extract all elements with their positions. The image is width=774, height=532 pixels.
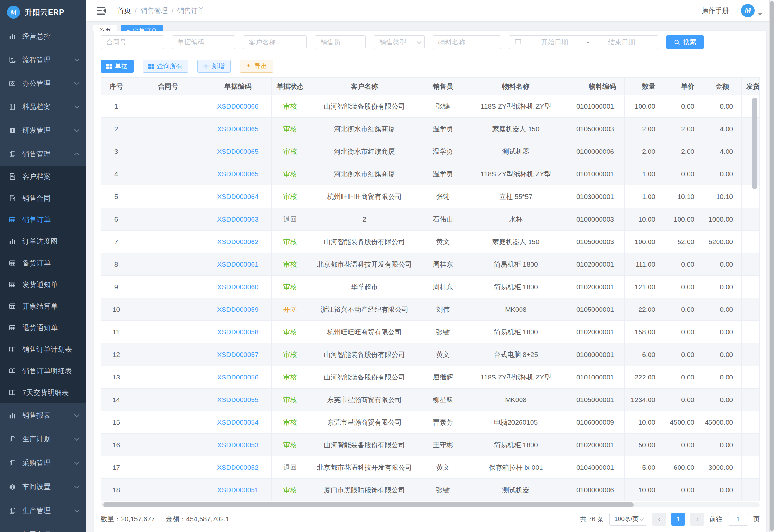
doc-code-link[interactable]: XSDD000055 xyxy=(217,396,258,403)
sidebar-subitem[interactable]: 7天交货明细表 xyxy=(0,382,86,403)
cell-doc-code: XSDD000058 xyxy=(204,321,272,343)
doc-code-link[interactable]: XSDD000065 xyxy=(217,148,258,155)
sidebar-item[interactable]: 加工车间 xyxy=(0,523,86,532)
table-vertical-scrollbar[interactable] xyxy=(752,98,757,189)
current-page-button[interactable]: 1 xyxy=(671,513,685,526)
status-badge: 审核 xyxy=(283,328,297,336)
cell-material-code: 0100000006 xyxy=(566,479,625,501)
table-horizontal-scrollbar[interactable] xyxy=(103,502,634,507)
export-button[interactable]: 导出 xyxy=(240,60,273,73)
page-tab[interactable]: 首页 xyxy=(93,25,117,31)
date-range-picker[interactable]: 开始日期 - 结束日期 xyxy=(509,35,658,49)
sidebar-subitem[interactable]: 销售订单明细表 xyxy=(0,360,86,382)
danju-button[interactable]: 单据 xyxy=(101,60,134,73)
sidebar-item-icon xyxy=(8,507,16,515)
sidebar-subitem[interactable]: 销售订单计划表 xyxy=(0,339,86,360)
sidebar-collapse-icon[interactable] xyxy=(97,6,106,15)
breadcrumb-home[interactable]: 首页 xyxy=(117,6,131,15)
cell-material-name: 118S ZY型纸杯机 ZY型 xyxy=(466,95,566,118)
doc-code-link[interactable]: XSDD000057 xyxy=(217,351,258,358)
cell-doc-code: XSDD000055 xyxy=(204,389,272,411)
sidebar-subitem[interactable]: 销售合同 xyxy=(0,187,86,209)
sidebar-item[interactable]: I 研发管理 xyxy=(0,119,86,142)
cell-contract xyxy=(132,389,204,411)
sidebar-subitem[interactable]: 订单进度图 xyxy=(0,231,86,252)
cell-ship xyxy=(742,253,760,276)
doc-code-link[interactable]: XSDD000052 xyxy=(217,464,258,471)
prev-page-button[interactable]: ‹ xyxy=(652,513,666,526)
sidebar-item-label: 加工车间 xyxy=(22,530,51,532)
page-tab[interactable]: 销售订单 xyxy=(121,25,163,31)
cell-price: 10.10 xyxy=(664,185,703,208)
sidebar-item[interactable]: 采购管理 xyxy=(0,451,86,475)
sidebar-item[interactable]: 车间设置 xyxy=(0,475,86,499)
sidebar: M 升阳云ERP 经营总控 流程管理 办公管理 xyxy=(0,0,86,532)
contract-no-input[interactable] xyxy=(101,35,164,49)
customer-name-input[interactable] xyxy=(243,35,307,49)
status-badge: 审核 xyxy=(283,351,297,358)
sidebar-subitem[interactable]: 发货通知单 xyxy=(0,274,86,295)
cell-material-name: MK008 xyxy=(466,389,566,411)
cell-material-name: 电脑20260105 xyxy=(466,411,566,434)
sidebar-subitem[interactable]: 客户档案 xyxy=(0,166,86,187)
doc-code-link[interactable]: XSDD000066 xyxy=(217,103,258,110)
cell-qty: 5.00 xyxy=(625,456,664,479)
manual-link[interactable]: 操作手册 xyxy=(702,6,729,15)
doc-code-link[interactable]: XSDD000060 xyxy=(217,283,258,291)
sidebar-item[interactable]: 生产管理 xyxy=(0,499,86,523)
doc-code-link[interactable]: XSDD000065 xyxy=(217,170,258,178)
breadcrumb-sales-management[interactable]: 销售管理 xyxy=(141,6,168,15)
search-button[interactable]: 搜索 xyxy=(666,35,704,49)
date-end-placeholder[interactable]: 结束日期 xyxy=(590,38,653,47)
sidebar-subitem[interactable]: 退货通知单 xyxy=(0,317,86,339)
user-menu-caret-icon[interactable] xyxy=(758,13,762,16)
doc-code-link[interactable]: XSDD000059 xyxy=(217,306,258,313)
doc-code-link[interactable]: XSDD000063 xyxy=(217,215,258,223)
doc-code-input[interactable] xyxy=(172,35,235,49)
status-badge: 审核 xyxy=(283,148,297,155)
chevron-icon xyxy=(74,103,80,109)
sidebar-subitem[interactable]: 开票结算单 xyxy=(0,295,86,317)
cell-contract xyxy=(132,456,204,479)
cell-material-name: 简易机柜 1800 xyxy=(466,321,566,343)
doc-code-link[interactable]: XSDD000064 xyxy=(217,193,258,200)
avatar[interactable]: M xyxy=(741,4,755,17)
sidebar-subitem[interactable]: 备货订单 xyxy=(0,252,86,274)
page-scrollbar[interactable] xyxy=(770,1,774,531)
cell-material-code: 0103000001 xyxy=(566,185,625,208)
doc-code-link[interactable]: XSDD000056 xyxy=(217,373,258,381)
sidebar-item[interactable]: 生产计划 xyxy=(0,427,86,451)
doc-code-link[interactable]: XSDD000062 xyxy=(217,238,258,245)
sidebar-item[interactable]: 办公管理 xyxy=(0,72,86,95)
column-header: 单据状态 xyxy=(272,78,309,95)
goto-page-input[interactable] xyxy=(728,513,748,526)
doc-code-link[interactable]: XSDD000061 xyxy=(217,261,258,268)
doc-code-link[interactable]: XSDD000054 xyxy=(217,419,258,426)
sidebar-subitem-icon xyxy=(8,173,16,181)
query-all-button[interactable]: 查询所有 xyxy=(143,60,188,73)
cell-material-name: 台式电脑 8+25 xyxy=(466,343,566,366)
add-button[interactable]: 新增 xyxy=(197,60,231,73)
cell-customer: 山河智能装备股份有限公司 xyxy=(309,343,420,366)
sidebar-item-icon xyxy=(8,80,16,87)
cell-seller: 周桂东 xyxy=(420,276,466,298)
cell-contract xyxy=(132,479,204,501)
sales-type-select[interactable]: 销售类型 xyxy=(374,35,425,49)
sidebar-item[interactable]: 销售报表 xyxy=(0,403,86,427)
seller-input[interactable] xyxy=(315,35,366,49)
sidebar-item[interactable]: 销售管理 xyxy=(0,142,86,166)
sidebar-item[interactable]: 流程管理 xyxy=(0,48,86,72)
next-page-button[interactable]: › xyxy=(690,513,704,526)
date-start-placeholder[interactable]: 开始日期 xyxy=(523,38,586,47)
doc-code-link[interactable]: XSDD000058 xyxy=(217,328,258,336)
doc-code-link[interactable]: XSDD000065 xyxy=(217,125,258,133)
sidebar-subitem[interactable]: 销售订单 xyxy=(0,209,86,231)
cell-amount: 10.10 xyxy=(703,185,742,208)
material-name-input[interactable] xyxy=(433,35,501,49)
sidebar-item[interactable]: 料品档案 xyxy=(0,95,86,119)
cell-seq: 16 xyxy=(101,434,132,456)
page-size-select[interactable]: 100条/页 xyxy=(609,513,647,526)
doc-code-link[interactable]: XSDD000053 xyxy=(217,441,258,448)
doc-code-link[interactable]: XSDD000051 xyxy=(217,486,258,494)
sidebar-item[interactable]: 经营总控 xyxy=(0,25,86,48)
